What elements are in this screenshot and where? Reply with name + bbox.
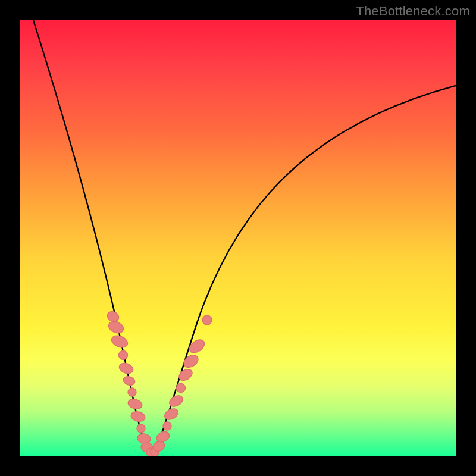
svg-point-17 (163, 406, 180, 421)
svg-point-22 (187, 337, 206, 355)
svg-point-16 (163, 422, 171, 430)
svg-point-6 (128, 388, 136, 396)
watermark-text: TheBottleneck.com (356, 4, 470, 19)
svg-point-19 (177, 384, 186, 393)
bottleneck-curve (33, 20, 456, 456)
curve-layer (20, 20, 456, 456)
svg-point-4 (118, 361, 134, 375)
svg-point-5 (122, 375, 136, 386)
curve-path (33, 20, 456, 456)
svg-point-3 (119, 351, 128, 360)
svg-point-1 (107, 319, 125, 335)
svg-point-21 (181, 352, 201, 369)
chart-frame: TheBottleneck.com (0, 0, 476, 476)
svg-point-9 (137, 424, 145, 433)
svg-point-20 (177, 367, 195, 383)
plot-area (20, 20, 456, 456)
svg-point-7 (127, 397, 143, 411)
svg-point-2 (110, 333, 130, 349)
svg-point-23 (202, 315, 212, 325)
svg-point-8 (130, 410, 146, 422)
marker-cluster (106, 310, 212, 456)
